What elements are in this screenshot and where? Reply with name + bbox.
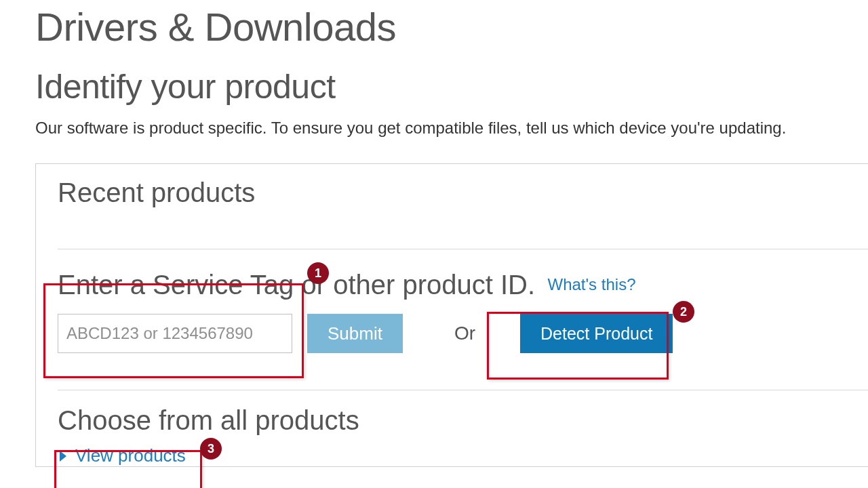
divider <box>58 249 868 249</box>
svg-marker-0 <box>60 451 66 462</box>
whats-this-link[interactable]: What's this? <box>548 275 636 293</box>
recent-products-heading: Recent products <box>58 178 868 208</box>
product-panel: Recent products Enter a Service Tag or o… <box>35 163 868 467</box>
identify-subtitle: Identify your product <box>35 67 868 106</box>
view-products-link[interactable]: View products <box>58 445 186 466</box>
or-label: Or <box>454 323 475 344</box>
divider <box>58 390 868 390</box>
identify-description: Our software is product specific. To ens… <box>35 119 868 138</box>
view-products-label: View products <box>75 445 186 466</box>
page-title: Drivers & Downloads <box>35 4 868 49</box>
choose-products-heading: Choose from all products <box>58 405 868 436</box>
detect-product-button[interactable]: Detect Product <box>520 314 673 353</box>
service-tag-input[interactable] <box>58 314 292 353</box>
enter-service-tag-heading: Enter a Service Tag or other product ID. <box>58 270 535 300</box>
submit-button[interactable]: Submit <box>307 314 403 353</box>
chevron-right-icon <box>58 449 68 463</box>
